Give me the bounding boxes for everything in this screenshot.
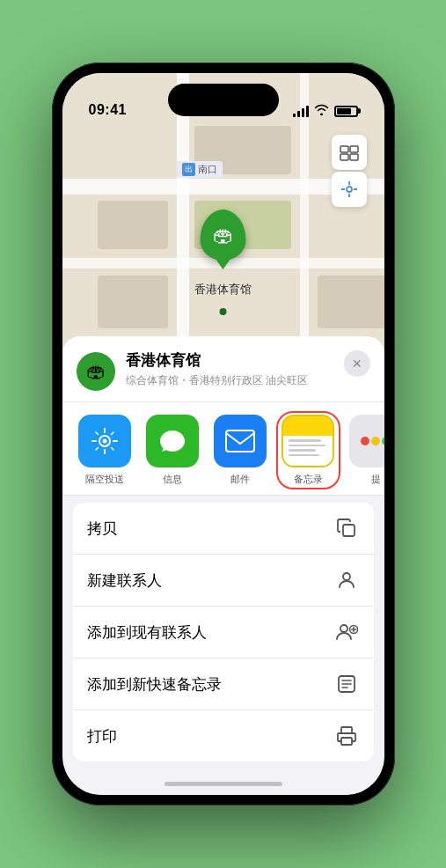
airdrop-label: 隔空投送 bbox=[85, 473, 124, 486]
share-item-messages[interactable]: 信息 bbox=[144, 415, 201, 486]
mail-label: 邮件 bbox=[230, 473, 250, 486]
person-icon bbox=[333, 567, 360, 593]
mail-icon bbox=[214, 415, 267, 467]
svg-point-10 bbox=[103, 439, 107, 444]
share-item-more[interactable]: 提 bbox=[347, 415, 384, 486]
action-item-copy[interactable]: 拷贝 bbox=[73, 503, 374, 555]
exit-name: 南口 bbox=[198, 163, 217, 176]
notes-label: 备忘录 bbox=[294, 473, 323, 486]
venue-subtitle: 综合体育馆・香港特别行政区 油尖旺区 bbox=[126, 373, 344, 388]
venue-card: 🏟 香港体育馆 综合体育馆・香港特别行政区 油尖旺区 ✕ bbox=[62, 336, 384, 402]
signal-bar-1 bbox=[293, 114, 296, 117]
messages-icon bbox=[146, 415, 199, 467]
dynamic-island bbox=[168, 84, 279, 116]
marker-pin: 🏟 bbox=[201, 210, 246, 261]
action-label-add-contact: 添加到现有联系人 bbox=[87, 622, 207, 643]
marker-icon: 🏟 bbox=[213, 223, 234, 247]
venue-close-button[interactable]: ✕ bbox=[344, 350, 370, 377]
more-icon bbox=[349, 415, 384, 467]
exit-badge: 出 bbox=[182, 163, 195, 176]
action-label-copy: 拷贝 bbox=[87, 519, 117, 539]
action-item-print[interactable]: 打印 bbox=[73, 710, 374, 761]
svg-point-4 bbox=[347, 187, 352, 192]
marker-label: 香港体育馆 bbox=[194, 282, 252, 298]
map-view-toggle[interactable] bbox=[332, 135, 367, 170]
action-item-add-contact[interactable]: 添加到现有联系人 bbox=[73, 607, 374, 658]
svg-rect-11 bbox=[226, 430, 254, 452]
venue-marker[interactable]: 🏟 香港体育馆 bbox=[194, 210, 252, 298]
battery-fill bbox=[337, 108, 352, 114]
venue-avatar: 🏟 bbox=[77, 352, 115, 391]
airdrop-icon bbox=[78, 415, 131, 467]
share-item-mail[interactable]: 邮件 bbox=[212, 415, 269, 486]
svg-rect-0 bbox=[340, 146, 348, 152]
home-indicator-space bbox=[62, 769, 384, 795]
signal-bars bbox=[293, 106, 309, 117]
status-icons bbox=[293, 104, 358, 118]
action-item-new-contact[interactable]: 新建联系人 bbox=[73, 555, 374, 607]
note-icon bbox=[333, 671, 360, 697]
person-add-icon bbox=[333, 619, 360, 645]
more-label: 提 bbox=[371, 473, 381, 486]
svg-rect-3 bbox=[350, 154, 358, 160]
signal-bar-2 bbox=[297, 111, 300, 117]
notes-icon bbox=[281, 415, 334, 467]
svg-point-13 bbox=[343, 573, 350, 580]
share-item-airdrop[interactable]: 隔空投送 bbox=[77, 415, 134, 486]
share-item-notes[interactable]: 备忘录 bbox=[280, 415, 337, 486]
venue-name: 香港体育馆 bbox=[126, 350, 344, 371]
messages-label: 信息 bbox=[163, 473, 182, 486]
svg-rect-2 bbox=[340, 154, 348, 160]
action-label-add-note: 添加到新快速备忘录 bbox=[87, 674, 222, 695]
phone-screen: 出 南口 bbox=[62, 73, 384, 795]
signal-bar-3 bbox=[302, 108, 304, 117]
action-item-add-note[interactable]: 添加到新快速备忘录 bbox=[73, 658, 374, 710]
map-controls bbox=[332, 135, 367, 207]
battery-icon bbox=[334, 106, 358, 117]
svg-rect-23 bbox=[341, 738, 352, 745]
action-label-print: 打印 bbox=[87, 726, 117, 747]
print-icon bbox=[333, 723, 360, 749]
action-list: 拷贝 新建联系人 bbox=[73, 503, 374, 761]
venue-info: 香港体育馆 综合体育馆・香港特别行政区 油尖旺区 bbox=[126, 350, 344, 388]
marker-dot bbox=[220, 308, 227, 315]
copy-icon bbox=[333, 515, 360, 541]
signal-bar-4 bbox=[306, 106, 309, 117]
svg-point-14 bbox=[340, 625, 347, 632]
share-row: 隔空投送 信息 bbox=[62, 402, 384, 496]
svg-rect-1 bbox=[350, 146, 358, 152]
location-button[interactable] bbox=[332, 172, 367, 207]
bottom-sheet: 🏟 香港体育馆 综合体育馆・香港特别行政区 油尖旺区 ✕ bbox=[62, 336, 384, 795]
phone-frame: 出 南口 bbox=[52, 63, 395, 805]
map-exit-label: 出 南口 bbox=[177, 161, 223, 178]
svg-rect-22 bbox=[341, 727, 352, 733]
svg-rect-12 bbox=[343, 525, 355, 536]
action-label-new-contact: 新建联系人 bbox=[87, 570, 162, 591]
home-indicator bbox=[165, 782, 282, 786]
status-time: 09:41 bbox=[89, 102, 127, 118]
wifi-icon bbox=[314, 104, 329, 118]
